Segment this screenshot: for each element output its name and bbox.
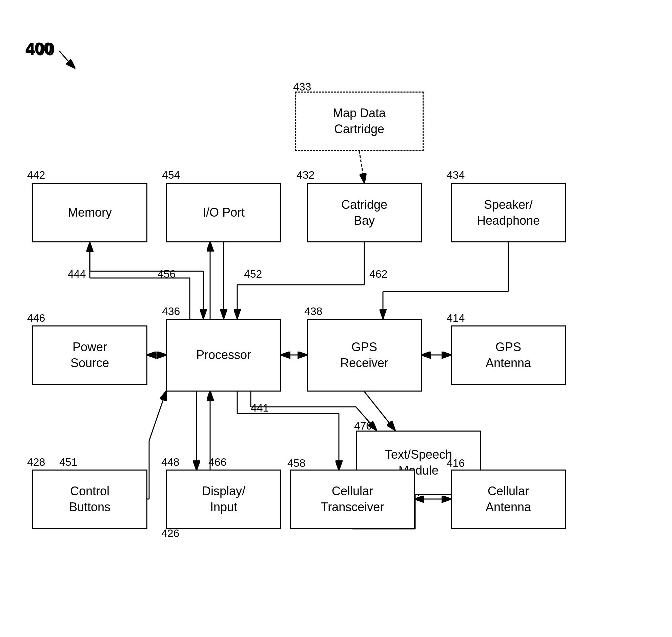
ref-434: 434 — [447, 169, 465, 181]
map-data-cartridge-label: Map DataCartridge — [333, 106, 386, 137]
io-port-label: I/O Port — [203, 205, 245, 221]
ref-438: 438 — [304, 305, 322, 318]
power-source-box: PowerSource — [32, 325, 147, 385]
ref-400: 400 — [25, 39, 55, 59]
control-buttons-box: ControlButtons — [32, 470, 147, 529]
svg-line-29 — [149, 392, 166, 441]
control-buttons-label: ControlButtons — [69, 484, 111, 515]
cartridge-bay-label: CatridgeBay — [341, 197, 387, 229]
io-port-box: I/O Port — [166, 183, 281, 242]
ref-436: 436 — [162, 305, 180, 318]
ref-446: 446 — [27, 312, 45, 324]
ref-416: 416 — [447, 457, 465, 470]
cellular-antenna-box: CellularAntenna — [451, 470, 566, 529]
svg-line-3 — [359, 151, 364, 182]
display-input-box: Display/Input — [166, 470, 281, 529]
ref-470: 470 — [354, 420, 372, 432]
gps-antenna-box: GPSAntenna — [451, 325, 566, 385]
ref-454: 454 — [162, 169, 180, 181]
ref-442: 442 — [27, 169, 45, 181]
ref-433: 433 — [293, 81, 311, 93]
cellular-transceiver-box: CellularTransceiver — [290, 470, 415, 529]
memory-label: Memory — [68, 205, 112, 221]
ref-414: 414 — [447, 312, 465, 324]
processor-box: Processor — [166, 318, 281, 392]
ref-462: 462 — [369, 268, 387, 280]
ref-432: 432 — [297, 169, 315, 181]
ref-426: 426 — [161, 527, 179, 540]
speaker-headphone-box: Speaker/Headphone — [451, 183, 566, 242]
cartridge-bay-box: CatridgeBay — [307, 183, 422, 242]
diagram-container: 400 — [0, 0, 672, 637]
memory-box: Memory — [32, 183, 147, 242]
ref-448: 448 — [161, 456, 179, 469]
ref-458: 458 — [287, 457, 305, 470]
ref-451: 451 — [59, 456, 77, 469]
ref-456: 456 — [157, 268, 175, 280]
map-data-cartridge-box: Map DataCartridge — [295, 92, 424, 151]
speaker-headphone-label: Speaker/Headphone — [477, 197, 540, 229]
ref-428: 428 — [27, 456, 45, 469]
ref-441: 441 — [251, 402, 269, 414]
gps-antenna-label: GPSAntenna — [486, 339, 531, 371]
cellular-antenna-label: CellularAntenna — [486, 484, 531, 515]
power-source-label: PowerSource — [71, 339, 109, 371]
display-input-label: Display/Input — [202, 484, 245, 515]
ref-444: 444 — [68, 268, 86, 280]
gps-receiver-box: GPSReceiver — [307, 318, 422, 392]
ref-466: 466 — [208, 456, 226, 469]
cellular-transceiver-label: CellularTransceiver — [321, 484, 384, 515]
ref-452: 452 — [244, 268, 262, 280]
processor-label: Processor — [196, 347, 251, 363]
gps-receiver-label: GPSReceiver — [340, 339, 388, 371]
